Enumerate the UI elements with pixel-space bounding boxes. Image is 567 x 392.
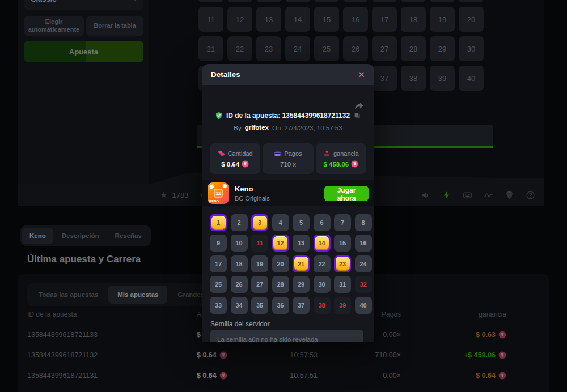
result-cell-hit: 12 [272,235,289,252]
copy-icon[interactable] [353,112,361,120]
stat-profit-value: $ 458.06 [323,161,349,168]
game-summary-row: 12 KENO Keno BC Originals Jugar ahora [202,180,374,206]
amount-coins-icon [218,150,225,157]
stat-payout-label: Pagos [284,150,302,157]
verified-shield-icon [215,112,223,120]
server-seed-label: Semilla del servidor [210,320,270,328]
profit-hands-icon [323,150,331,157]
result-cell: 8 [355,214,372,231]
keno-icon-number: 12 [214,189,223,198]
result-cell: 30 [314,276,331,293]
play-now-button[interactable]: Jugar ahora [324,186,369,201]
coin-icon [351,160,358,168]
result-cell-hit: 3 [251,214,268,231]
result-cell: 37 [293,297,310,314]
result-cell: 7 [334,214,351,231]
game-name: Keno [235,185,270,193]
page: Classic › Elegir automáticamente Borrar … [0,0,567,392]
result-cell: 20 [272,255,289,272]
by-label: By [234,125,241,131]
result-cell-hit: 21 [293,255,310,272]
result-cell: 19 [251,255,268,272]
result-cell: 35 [251,297,268,314]
result-cell: 24 [355,255,372,272]
result-cell: 31 [334,276,351,293]
close-icon[interactable]: ✕ [358,70,365,80]
result-cell: 6 [314,214,331,231]
result-cell: 33 [210,297,227,314]
result-cell: 26 [231,276,248,293]
result-cell: 15 [334,235,351,252]
modal-header: Detalles ✕ [202,64,374,85]
bet-meta-row: By grifotex On 27/4/2023, 10:57:53 [202,124,374,131]
game-provider: BC Originals [235,195,270,202]
stat-card-amount: Cantidad $ 0.64 [210,143,260,174]
result-cell: 4 [272,214,289,231]
result-cell: 16 [355,235,372,252]
keno-icon-tile [209,184,214,189]
result-cell-drawn: 39 [334,297,351,314]
result-cell: 25 [210,276,227,293]
result-cell: 36 [272,297,289,314]
server-seed-input[interactable]: La semilla aún no ha sido revelada [210,330,363,342]
on-label: On [272,125,281,131]
result-cell: 10 [231,235,248,252]
keno-icon-label: KENO [209,199,219,203]
bet-details-modal: Detalles ✕ ID de la apuesta: 13584439961… [202,64,374,342]
result-cell: 22 [314,255,331,272]
result-cell: 28 [272,276,289,293]
result-cell-drawn: 11 [251,235,268,252]
stat-payout-value: 710 x [280,161,296,168]
stat-amount-value: $ 0.64 [221,161,239,168]
result-cell: 2 [231,214,248,231]
result-cell-hit: 23 [334,255,351,272]
result-cell: 29 [293,276,310,293]
share-icon[interactable] [354,100,365,111]
result-cell: 13 [293,235,310,252]
keno-icon-tile [222,184,227,189]
result-cell: 9 [210,235,227,252]
result-cell: 27 [251,276,268,293]
stat-card-payout: Pagos 710 x [263,143,313,174]
modal-title: Detalles [211,70,240,79]
result-cell-hit: 14 [314,235,331,252]
bet-datetime: 27/4/2023, 10:57:53 [284,125,342,131]
bet-id-row: ID de la apuesta: 135844399618721132 [202,112,374,120]
result-cell: 40 [355,297,372,314]
payout-card-icon [274,150,281,157]
result-cell: 18 [231,255,248,272]
stat-card-profit: ganancia $ 458.06 [316,143,366,174]
coin-icon [242,160,249,168]
result-cell: 34 [231,297,248,314]
result-cell: 5 [293,214,310,231]
bet-id-text: ID de la apuesta: 135844399618721132 [226,112,350,120]
result-cell-drawn: 32 [355,276,372,293]
stat-profit-label: ganancia [333,150,359,157]
stat-amount-label: Cantidad [228,150,253,157]
keno-game-icon[interactable]: 12 KENO [208,182,229,204]
result-cell-drawn: 38 [314,297,331,314]
keno-result-grid: 1234567891011121314151617181920212223242… [210,214,372,314]
result-cell: 17 [210,255,227,272]
bet-stats-cards: Cantidad $ 0.64 Pagos 710 x ganancia [210,143,366,174]
result-cell-hit: 1 [210,214,227,231]
username-link[interactable]: grifotex [245,124,269,131]
